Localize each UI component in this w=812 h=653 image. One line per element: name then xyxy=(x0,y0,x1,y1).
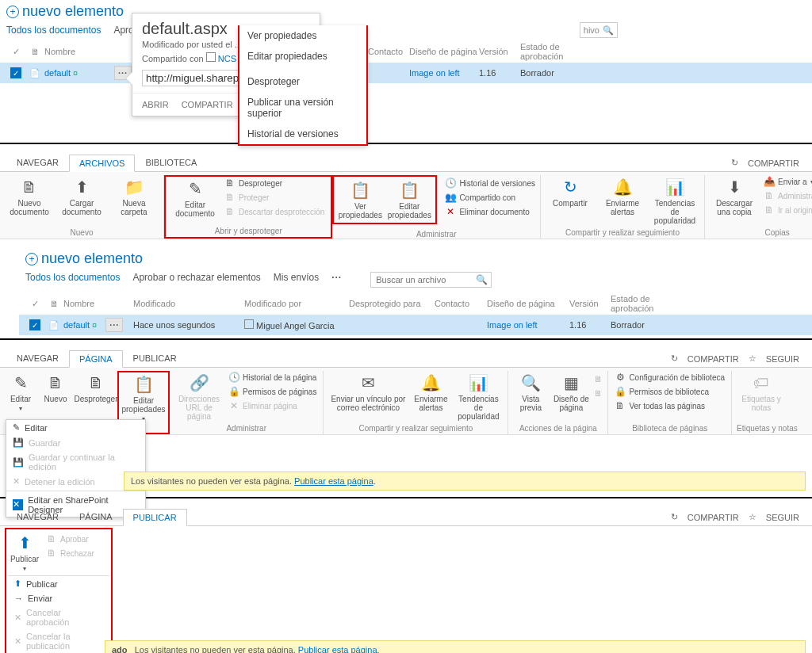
btn-checkout[interactable]: 🗎Desproteger xyxy=(223,177,326,189)
menu-send[interactable]: →Enviar xyxy=(8,591,109,605)
callout-share[interactable]: COMPARTIR xyxy=(182,100,233,109)
search-icon[interactable]: 🔍 xyxy=(603,25,614,36)
btn-shared-with[interactable]: 👥Compartido con xyxy=(443,191,537,204)
btn-alerts[interactable]: 🔔Enviarme alertas xyxy=(411,371,450,414)
btn-delete-doc[interactable]: ✕Eliminar documento xyxy=(443,205,537,218)
btn-edit-doc[interactable]: ✎Editar documento xyxy=(170,177,220,220)
btn-trends[interactable]: 📊Tendencias de popularidad xyxy=(650,175,699,227)
draft-icon: 🗎 xyxy=(594,374,603,384)
tab-page[interactable]: PÁGINA xyxy=(69,508,123,525)
tab-page[interactable]: PÁGINA xyxy=(69,350,123,368)
col-version: Versión xyxy=(569,299,611,308)
btn-page-layout[interactable]: ▦Diseño de página xyxy=(551,371,591,414)
col-modifiedby: Modificado por xyxy=(244,299,349,308)
star-icon[interactable] xyxy=(749,512,756,522)
btn-edit-props[interactable]: 📋Editar propiedades xyxy=(385,178,434,221)
design-link[interactable]: Image on left xyxy=(409,68,460,78)
btn-view-all-pages[interactable]: 🗎Ver todas las páginas xyxy=(613,399,726,412)
new-element-link[interactable]: nuevo elemento xyxy=(41,250,143,267)
menu-edit-properties[interactable]: Editar propiedades xyxy=(239,46,366,67)
btn-go-original: 🗎Ir al original xyxy=(762,204,812,216)
search-icon[interactable]: 🔍 xyxy=(476,274,488,285)
ellipsis-button[interactable] xyxy=(105,318,123,332)
menu-publish[interactable]: ⬆Publicar xyxy=(8,576,109,591)
btn-reject: 🗎Rechazar xyxy=(44,547,96,559)
btn-page-urls: 🔗Direcciones URL de página xyxy=(174,371,224,422)
menu-checkout[interactable]: Desproteger xyxy=(239,71,366,92)
btn-new-folder[interactable]: 📁Nueva carpeta xyxy=(109,175,159,218)
btn-alerts[interactable]: 🔔Enviarme alertas xyxy=(598,175,647,218)
share-link[interactable]: COMPARTIR xyxy=(748,158,799,168)
tab-browse[interactable]: NAVEGAR xyxy=(6,154,69,171)
row-checkbox[interactable]: ✓ xyxy=(29,319,40,330)
btn-send-to[interactable]: 📤Enviar a ▾ xyxy=(762,175,812,188)
nav-approve-reject[interactable]: Aprobar o rechazar elementos xyxy=(132,272,260,288)
add-icon[interactable]: + xyxy=(25,253,38,265)
group-copies: Copias xyxy=(710,227,812,237)
refresh-icon[interactable] xyxy=(731,158,738,168)
publish-page-link[interactable]: Publicar esta página xyxy=(298,645,377,653)
refresh-icon[interactable] xyxy=(671,512,678,522)
btn-preview[interactable]: 🔍Vista previa xyxy=(513,371,548,414)
add-icon[interactable]: + xyxy=(6,6,19,18)
btn-publish-main[interactable]: ⬆Publicar▾ xyxy=(8,531,41,574)
file-name[interactable]: default xyxy=(44,68,71,78)
warning-text: Los visitantes no pueden ver esta página… xyxy=(131,476,292,486)
menu-publish-major[interactable]: Publicar una versión superior xyxy=(239,92,366,124)
group-share: Compartir y realizar seguimiento xyxy=(546,227,699,237)
btn-page-perms[interactable]: 🔒Permisos de páginas xyxy=(227,385,318,398)
nav-my-submissions[interactable]: Mis envíos xyxy=(274,272,319,288)
col-checkedout: Desprotegido para xyxy=(349,299,435,308)
tab-publish[interactable]: PUBLICAR xyxy=(123,509,187,526)
btn-version-history[interactable]: 🕓Historial de versiones xyxy=(443,177,537,189)
btn-trends[interactable]: 📊Tendencias de popularidad xyxy=(454,371,503,422)
search-input[interactable]: hivo 🔍 xyxy=(580,22,618,38)
file-name[interactable]: default xyxy=(63,320,90,330)
group-tags: Etiquetas y notas xyxy=(737,422,798,433)
menu-view-properties[interactable]: Ver propiedades xyxy=(239,25,366,46)
btn-new[interactable]: 🗎Nuevo xyxy=(40,371,71,405)
search-field[interactable] xyxy=(374,274,473,285)
share-link[interactable]: COMPARTIR xyxy=(688,513,739,522)
btn-page-history[interactable]: 🕓Historial de la página xyxy=(227,371,318,384)
tab-publish[interactable]: PUBLICAR xyxy=(123,349,187,367)
refresh-icon[interactable] xyxy=(671,353,678,364)
new-element-link[interactable]: nuevo elemento xyxy=(22,3,124,20)
col-name: Nombre xyxy=(44,47,114,56)
btn-lib-perms[interactable]: 🔒Permisos de biblioteca xyxy=(613,385,726,398)
btn-download-copy[interactable]: ⬇Descargar una copia xyxy=(710,175,759,218)
btn-email-link[interactable]: ✉Enviar un vínculo por correo electrónic… xyxy=(328,371,408,414)
nav-all-docs[interactable]: Todos los documentos xyxy=(25,272,120,288)
design-link[interactable]: Image on left xyxy=(487,320,538,330)
star-icon[interactable] xyxy=(749,353,756,364)
btn-edit-props[interactable]: 📋Editar propiedades▾ xyxy=(119,372,168,425)
btn-new-doc[interactable]: 🗎Nuevo documento xyxy=(5,175,54,218)
btn-share[interactable]: ↻Compartir xyxy=(546,175,595,209)
publish-page-link[interactable]: Publicar esta página xyxy=(294,476,373,486)
btn-edit[interactable]: ✎Editar▾ xyxy=(5,371,36,414)
menu-edit[interactable]: ✎Editar xyxy=(6,420,145,435)
search-input[interactable]: 🔍 xyxy=(370,272,492,288)
nav-more[interactable] xyxy=(331,272,342,288)
follow-link[interactable]: SEGUIR xyxy=(766,354,799,364)
tab-browse[interactable]: NAVEGAR xyxy=(6,349,69,367)
btn-view-props[interactable]: 📋Ver propiedades xyxy=(335,178,385,221)
nav-all-docs[interactable]: Todos los documentos xyxy=(6,25,101,36)
menu-save: 💾Guardar xyxy=(6,435,145,450)
callout-open[interactable]: ABRIR xyxy=(142,100,169,109)
tab-browse[interactable]: NAVEGAR xyxy=(6,508,69,525)
tab-files[interactable]: ARCHIVOS xyxy=(69,155,135,172)
approval-value: Borrador xyxy=(520,68,599,78)
btn-checkout[interactable]: 🗎Desproteger xyxy=(75,371,117,405)
tab-library[interactable]: BIBLIOTECA xyxy=(135,154,207,171)
col-contact: Contacto xyxy=(435,299,487,308)
btn-lib-settings[interactable]: ⚙Configuración de biblioteca xyxy=(613,371,726,384)
group-open: Abrir y desproteger xyxy=(170,225,326,235)
row-checkbox[interactable]: ✓ xyxy=(10,67,21,78)
follow-link[interactable]: SEGUIR xyxy=(766,513,799,522)
menu-version-history[interactable]: Historial de versiones xyxy=(239,124,366,144)
btn-checkin: 🗎Proteger xyxy=(223,191,326,204)
btn-upload-doc[interactable]: ⬆Cargar documento xyxy=(57,175,106,218)
col-modified: Modificado xyxy=(133,299,244,308)
share-link[interactable]: COMPARTIR xyxy=(688,354,739,364)
